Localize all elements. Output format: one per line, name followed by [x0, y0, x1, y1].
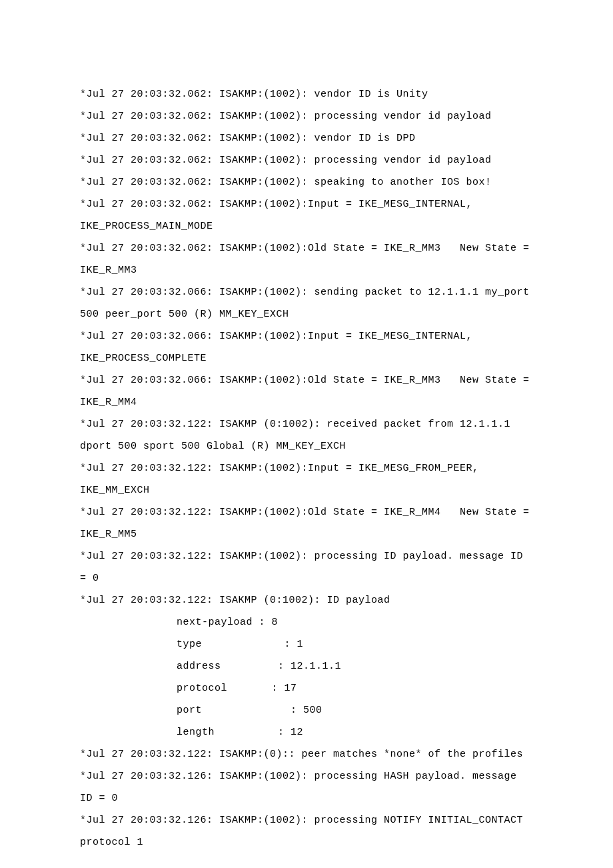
log-line: next-payload : 8	[80, 611, 533, 633]
log-line: *Jul 27 20:03:32.062: ISAKMP:(1002):Old …	[80, 237, 533, 281]
log-line: type : 1	[80, 633, 533, 655]
log-line: *Jul 27 20:03:32.122: ISAKMP:(1002):Inpu…	[80, 457, 533, 501]
log-line: port : 500	[80, 699, 533, 721]
log-line: protocol : 17	[80, 677, 533, 699]
log-document: *Jul 27 20:03:32.062: ISAKMP:(1002): ven…	[0, 0, 613, 868]
log-line: *Jul 27 20:03:32.122: ISAKMP:(1002):Old …	[80, 501, 533, 545]
log-line: address : 12.1.1.1	[80, 655, 533, 677]
log-line: *Jul 27 20:03:32.122: ISAKMP (0:1002): I…	[80, 589, 533, 611]
log-line: length : 12	[80, 721, 533, 743]
log-line: *Jul 27 20:03:32.122: ISAKMP:(0):: peer …	[80, 743, 533, 765]
log-line: *Jul 27 20:03:32.062: ISAKMP:(1002): ven…	[80, 83, 533, 105]
log-line: *Jul 27 20:03:32.066: ISAKMP:(1002):Old …	[80, 369, 533, 413]
log-line: *Jul 27 20:03:32.062: ISAKMP:(1002): pro…	[80, 105, 533, 127]
log-body: *Jul 27 20:03:32.062: ISAKMP:(1002): ven…	[80, 83, 533, 853]
log-line: *Jul 27 20:03:32.062: ISAKMP:(1002): pro…	[80, 149, 533, 171]
log-line: *Jul 27 20:03:32.122: ISAKMP:(1002): pro…	[80, 545, 533, 589]
log-line: *Jul 27 20:03:32.126: ISAKMP:(1002): pro…	[80, 765, 533, 809]
log-line: *Jul 27 20:03:32.062: ISAKMP:(1002): spe…	[80, 171, 533, 193]
log-line: *Jul 27 20:03:32.062: ISAKMP:(1002):Inpu…	[80, 193, 533, 237]
log-line: *Jul 27 20:03:32.062: ISAKMP:(1002): ven…	[80, 127, 533, 149]
log-line: *Jul 27 20:03:32.066: ISAKMP:(1002):Inpu…	[80, 325, 533, 369]
log-line: *Jul 27 20:03:32.066: ISAKMP:(1002): sen…	[80, 281, 533, 325]
log-line: *Jul 27 20:03:32.126: ISAKMP:(1002): pro…	[80, 809, 533, 853]
log-line: *Jul 27 20:03:32.122: ISAKMP (0:1002): r…	[80, 413, 533, 457]
